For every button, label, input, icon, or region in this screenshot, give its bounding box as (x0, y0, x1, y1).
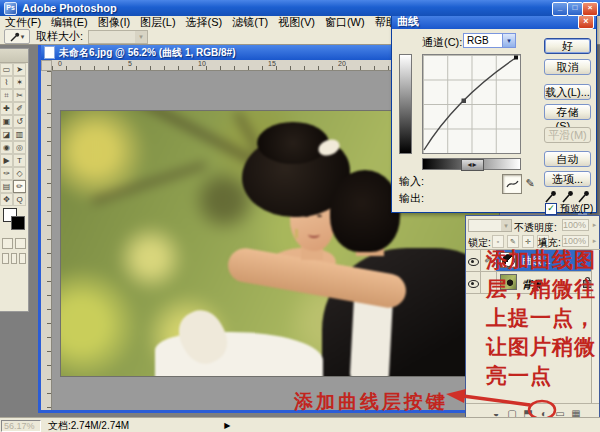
eye-icon (468, 280, 479, 288)
menu-item-6[interactable]: 滤镜(T) (227, 16, 273, 29)
document-icon (44, 46, 55, 59)
tool-type[interactable]: T (13, 154, 26, 167)
tool-blur[interactable]: ◉ (0, 141, 13, 154)
curve-grid[interactable] (422, 54, 521, 154)
screen-mode-button[interactable] (11, 253, 18, 264)
tool-preset-arrow-icon: ▾ (21, 33, 25, 41)
bride-hair-bun (257, 122, 329, 164)
tool-zoom[interactable]: Q (13, 193, 26, 206)
zoom-level-field[interactable]: 56.17% (1, 420, 41, 432)
maximize-button[interactable]: □ (567, 2, 583, 16)
auto-button[interactable]: 自动 (544, 151, 591, 167)
standard-mode-button[interactable] (2, 238, 13, 249)
smooth-button: 平滑(M) (544, 127, 591, 143)
gradient-slider[interactable]: ◂▸ (461, 159, 484, 171)
preview-checkbox[interactable]: ✓ (545, 203, 557, 215)
ruler-number: 10 (198, 60, 206, 67)
bride-smile (308, 231, 320, 238)
bride-earring (295, 229, 298, 238)
curve-endpoint[interactable] (514, 56, 518, 60)
app-titlebar[interactable]: Ps Adobe Photoshop _ □ × (0, 0, 600, 16)
menu-item-7[interactable]: 视图(V) (273, 16, 320, 29)
annotation-line: 层，稍微往 (486, 275, 600, 304)
tool-crop[interactable]: ⌗ (0, 89, 13, 102)
curve-midpoint[interactable] (462, 99, 467, 104)
app-icon: Ps (4, 2, 17, 15)
load-button[interactable]: 载入(L)... (544, 84, 591, 100)
menu-item-3[interactable]: 图像(I) (93, 16, 135, 29)
eye-icon (468, 258, 479, 266)
channel-select[interactable]: RGB ▾ (463, 33, 516, 48)
tool-history-brush[interactable]: ↺ (13, 115, 26, 128)
tool-clone-stamp[interactable]: ▣ (0, 115, 13, 128)
annotation-line: 添加曲线图 (486, 246, 600, 275)
annotation-line: 亮一点 (486, 362, 600, 391)
input-gradient-bar: ◂▸ (422, 158, 521, 170)
blend-mode-select: ▾ (468, 219, 512, 232)
menu-item-2[interactable]: 编辑(E) (46, 16, 93, 29)
tool-path-select[interactable]: ▶ (0, 154, 13, 167)
vertical-ruler (41, 71, 52, 410)
tool-brush[interactable]: ✐ (13, 102, 26, 115)
annotation-line: 上提一点， (486, 304, 600, 333)
cancel-button[interactable]: 取消 (544, 59, 591, 75)
bride-eye (317, 215, 322, 217)
options-button[interactable]: 选项... (544, 171, 591, 187)
groom-hair (330, 170, 400, 252)
opacity-label: 不透明度: (514, 221, 557, 235)
output-gradient-bar (399, 54, 412, 154)
menu-item-4[interactable]: 图层(L) (135, 16, 180, 29)
tool-healing-brush[interactable]: ✚ (0, 102, 13, 115)
sample-size-select: ▾ (88, 30, 148, 44)
tool-shape[interactable]: ◇ (13, 167, 26, 180)
curves-dialog: 曲线 × 通道(C): RGB ▾ ◂▸ 输入: 输出: ✎ 好 取消 (391, 13, 597, 213)
tool-notes[interactable]: ▤ (0, 180, 13, 193)
tool-hand[interactable]: ✥ (0, 193, 13, 206)
status-bar: 56.17% 文档:2.74M/2.74M ▶ (0, 417, 600, 432)
ruler-number: 0 (58, 60, 62, 67)
visibility-toggle[interactable] (466, 272, 481, 293)
menu-item-1[interactable]: 文件(F) (0, 16, 46, 29)
curves-close-button[interactable]: × (578, 15, 594, 29)
tool-eraser[interactable]: ◪ (0, 128, 13, 141)
visibility-toggle[interactable] (466, 250, 481, 271)
annotation-button-label: 添加曲线层按键 (294, 389, 448, 415)
smooth-curve-tool-button[interactable] (502, 174, 522, 194)
ruler-ticks (47, 71, 51, 410)
save-button[interactable]: 存储(S)... (544, 104, 591, 120)
ok-button[interactable]: 好 (544, 38, 591, 54)
menu-item-5[interactable]: 选择(S) (181, 16, 228, 29)
tool-gradient[interactable]: ▥ (13, 128, 26, 141)
tool-dodge[interactable]: ◎ (13, 141, 26, 154)
toolbox-header[interactable] (0, 49, 28, 63)
tool-rect-marquee[interactable]: ▭ (0, 63, 13, 76)
curves-dialog-titlebar[interactable]: 曲线 (392, 14, 596, 29)
pencil-tool-button[interactable]: ✎ (522, 174, 538, 192)
input-label: 输入: (399, 174, 424, 189)
curve-icon (506, 179, 519, 189)
close-button[interactable]: × (582, 2, 598, 16)
background-color-swatch[interactable] (11, 216, 25, 230)
tool-magic-wand[interactable]: ✶ (13, 76, 26, 89)
quickmask-mode-button[interactable] (15, 238, 26, 249)
preview-label: 预览(P) (560, 202, 593, 216)
channel-value: RGB (464, 35, 489, 46)
tool-lasso[interactable]: ⌇ (0, 76, 13, 89)
menu-item-8[interactable]: 窗口(W) (320, 16, 370, 29)
sample-size-arrow-icon: ▾ (135, 31, 147, 43)
opacity-spinner-icon[interactable]: ▸ (590, 219, 599, 231)
tone-curve[interactable] (423, 55, 520, 153)
tool-slice[interactable]: ✂ (13, 89, 26, 102)
screen-mode-button[interactable] (19, 253, 26, 264)
minimize-button[interactable]: _ (552, 2, 568, 16)
tool-move[interactable]: ➤ (13, 63, 26, 76)
app-title: Adobe Photoshop (22, 2, 117, 14)
eyedropper-tool-button[interactable]: ▾ (4, 29, 30, 44)
ruler-number: 20 (338, 60, 346, 67)
screen-mode-button[interactable] (2, 253, 9, 264)
output-label: 输出: (399, 191, 424, 206)
tool-eyedropper[interactable]: ✏ (13, 180, 26, 193)
status-menu-arrow-icon[interactable]: ▶ (224, 421, 230, 430)
tool-pen[interactable]: ✑ (0, 167, 13, 180)
document-size-text: 文档:2.74M/2.74M (48, 419, 129, 432)
